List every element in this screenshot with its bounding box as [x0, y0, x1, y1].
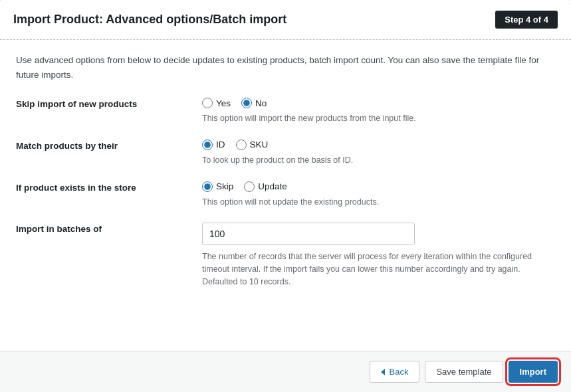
- skip-import-hint: This option will import the new products…: [202, 112, 555, 125]
- skip-import-no[interactable]: No: [241, 98, 267, 108]
- match-by-sku-label: SKU: [250, 140, 269, 149]
- match-products-label: Match products by their: [16, 140, 202, 151]
- exists-skip-label: Skip: [216, 181, 233, 191]
- back-chevron-icon: [381, 369, 385, 375]
- exists-update-label: Update: [258, 181, 287, 191]
- modal-footer: Back Save template Import: [0, 351, 571, 392]
- match-by-sku[interactable]: SKU: [236, 140, 269, 150]
- product-exists-label: If product exists in the store: [16, 181, 202, 193]
- match-products-hint: To look up the product on the basis of I…: [202, 154, 555, 167]
- import-modal: Import Product: Advanced options/Batch i…: [0, 0, 571, 392]
- exists-update[interactable]: Update: [244, 181, 287, 192]
- skip-import-yes-label: Yes: [216, 98, 231, 108]
- option-skip-import: Skip import of new products Yes No This …: [16, 98, 555, 125]
- back-button[interactable]: Back: [370, 361, 420, 383]
- batch-size-controls: The number of records that the server wi…: [202, 223, 555, 288]
- modal-body: Use advanced options from below to decid…: [0, 40, 571, 351]
- option-batch-size: Import in batches of The number of recor…: [16, 223, 555, 288]
- skip-import-yes-radio[interactable]: [202, 98, 213, 108]
- product-exists-hint: This option will not update the existing…: [202, 196, 555, 209]
- import-label: Import: [520, 367, 546, 377]
- batch-size-input[interactable]: [202, 223, 415, 245]
- skip-import-radio-group: Yes No: [202, 98, 555, 108]
- match-by-sku-radio[interactable]: [236, 140, 247, 150]
- batch-size-label: Import in batches of: [16, 223, 202, 234]
- back-label: Back: [390, 367, 409, 377]
- option-product-exists: If product exists in the store Skip Upda…: [16, 181, 555, 209]
- skip-import-no-radio[interactable]: [241, 98, 252, 108]
- exists-update-radio[interactable]: [244, 181, 255, 192]
- exists-skip-radio[interactable]: [202, 181, 213, 192]
- product-exists-controls: Skip Update This option will not update …: [202, 181, 555, 209]
- save-template-label: Save template: [436, 367, 491, 377]
- match-by-id-label: ID: [216, 140, 225, 149]
- batch-size-hint: The number of records that the server wi…: [202, 250, 555, 288]
- import-button[interactable]: Import: [509, 361, 558, 383]
- match-products-radio-group: ID SKU: [202, 140, 555, 150]
- modal-header: Import Product: Advanced options/Batch i…: [0, 0, 571, 40]
- match-by-id[interactable]: ID: [202, 140, 225, 150]
- step-badge: Step 4 of 4: [495, 11, 558, 29]
- match-products-controls: ID SKU To look up the product on the bas…: [202, 140, 555, 167]
- description-text: Use advanced options from below to decid…: [16, 53, 555, 82]
- skip-import-no-label: No: [255, 98, 267, 108]
- option-match-products: Match products by their ID SKU To look u…: [16, 140, 555, 167]
- exists-skip[interactable]: Skip: [202, 181, 233, 192]
- match-by-id-radio[interactable]: [202, 140, 213, 150]
- skip-import-label: Skip import of new products: [16, 98, 202, 109]
- modal-title: Import Product: Advanced options/Batch i…: [13, 13, 286, 27]
- save-template-button[interactable]: Save template: [425, 361, 503, 383]
- product-exists-radio-group: Skip Update: [202, 181, 555, 192]
- skip-import-controls: Yes No This option will import the new p…: [202, 98, 555, 125]
- skip-import-yes[interactable]: Yes: [202, 98, 231, 108]
